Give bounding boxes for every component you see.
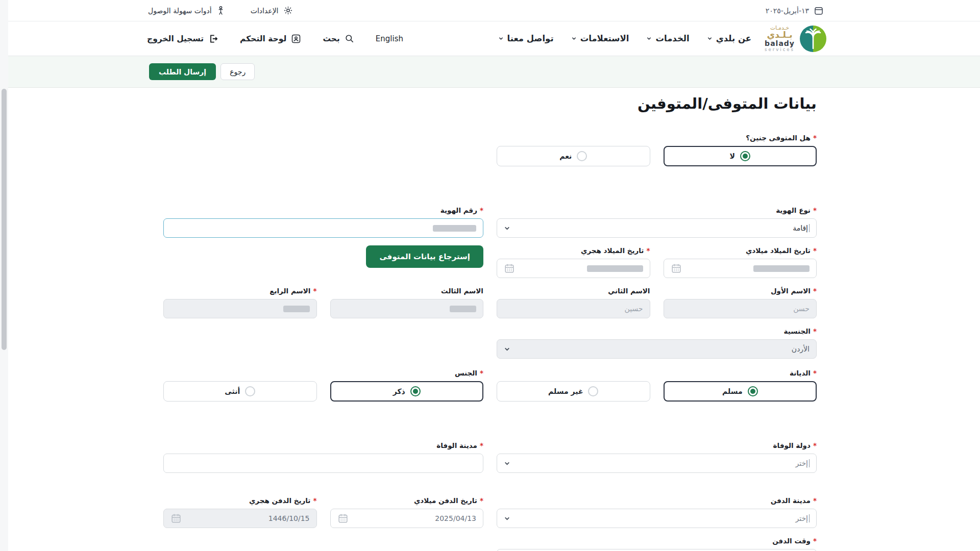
scrollbar-thumb[interactable] <box>2 89 7 350</box>
radio-unchecked-icon <box>577 151 587 161</box>
required-asterisk: * <box>813 326 817 336</box>
logout-button[interactable]: تسجيل الخروج <box>147 34 218 44</box>
calendar-icon <box>504 263 515 274</box>
required-asterisk: * <box>813 205 817 215</box>
redacted-value <box>283 306 310 312</box>
required-asterisk: * <box>313 495 316 506</box>
field-death-country: * دولة الوفاة إختر <box>497 440 817 473</box>
gender-female-option[interactable]: أنثى <box>163 381 317 402</box>
text-caret <box>809 459 810 467</box>
nav-inquiries[interactable]: الاستعلامات <box>571 34 629 43</box>
death-city-input[interactable] <box>163 454 483 473</box>
radio-checked-icon <box>410 386 421 396</box>
fourth-name-input[interactable] <box>163 299 317 318</box>
burial-time-input[interactable] <box>497 549 817 551</box>
required-asterisk: * <box>646 245 650 256</box>
birth-date-hijri-input[interactable] <box>497 259 650 278</box>
calendar-icon <box>814 6 824 16</box>
form-action-bar: رجوع إرسال الطلب <box>0 56 980 88</box>
accessibility-person-icon <box>216 6 225 16</box>
settings-button[interactable]: الإعدادات <box>251 6 293 15</box>
required-asterisk: * <box>813 245 817 256</box>
search-button[interactable]: بحث <box>323 34 354 43</box>
radio-checked-icon <box>740 151 750 161</box>
second-name-value: حسين <box>624 305 643 313</box>
language-switch[interactable]: English <box>376 34 403 43</box>
required-asterisk: * <box>813 495 817 506</box>
chevron-down-icon <box>498 36 504 41</box>
gender-male-option[interactable]: ذكر <box>330 381 484 402</box>
fetus-yes-option[interactable]: نعم <box>497 146 650 166</box>
field-fetus-yes: نعم <box>497 133 650 166</box>
required-asterisk: * <box>813 286 817 296</box>
names-row: * الاسم الأول حسن الاسم الثاني حسين الاس… <box>163 286 817 318</box>
nationality-value: الأردن <box>792 345 810 353</box>
required-asterisk: * <box>480 368 483 378</box>
death-country-placeholder: إختر <box>796 459 808 467</box>
id-type-value: إقامة <box>793 224 808 232</box>
burial-date-hijri-value: 1446/10/15 <box>268 514 310 522</box>
main-nav: عن بلدي الخدمات الاستعلامات تواصل معنا <box>498 34 752 43</box>
field-religion-nonmuslim: غير مسلم <box>497 368 650 402</box>
chevron-down-icon <box>504 225 510 232</box>
submit-request-button[interactable]: إرسال الطلب <box>149 63 216 80</box>
burial-date-gregorian-value: 2025/04/13 <box>435 514 476 522</box>
chevron-down-icon <box>504 460 510 467</box>
third-name-input[interactable] <box>330 299 484 318</box>
religion-gender-row: * الديانة مسلم غير مسلم * الجنس ذكر <box>163 368 817 402</box>
date-text: ١٣-أبريل-٢٠٢٥ <box>766 7 809 15</box>
first-name-value: حسن <box>793 305 810 313</box>
field-religion: * الديانة مسلم <box>664 368 817 402</box>
religion-nonmuslim-option[interactable]: غير مسلم <box>497 381 650 402</box>
birth-date-gregorian-input[interactable] <box>664 259 817 278</box>
required-asterisk: * <box>480 440 483 450</box>
page-scrollbar <box>0 0 8 551</box>
required-asterisk: * <box>813 440 817 450</box>
field-gender-female: أنثى <box>163 368 317 402</box>
nav-about-balady[interactable]: عن بلدي <box>707 34 751 43</box>
accessibility-tools-button[interactable]: أدوات سهولة الوصول <box>148 6 225 16</box>
identity-row: * نوع الهوية إقامة * رقم الهوية <box>163 205 817 238</box>
field-burial-date-hijri: * تاريخ الدفن هجري 1446/10/15 <box>163 495 317 528</box>
field-third-name: الاسم الثالث <box>330 286 484 318</box>
logout-icon <box>208 34 218 44</box>
burial-time-row: * وقت الدفن <box>163 536 817 551</box>
nationality-select[interactable]: الأردن <box>497 339 817 359</box>
required-asterisk: * <box>813 368 817 378</box>
page-title: بيانات المتوفى/المتوفين <box>163 95 817 112</box>
burial-date-hijri-input[interactable]: 1446/10/15 <box>163 509 317 528</box>
radio-unchecked-icon <box>245 386 255 396</box>
redacted-value <box>433 225 476 232</box>
burial-city-select[interactable]: إختر <box>497 509 817 528</box>
required-asterisk: * <box>313 286 316 296</box>
second-name-input[interactable]: حسين <box>497 299 650 318</box>
field-burial-time: * وقت الدفن <box>497 536 817 551</box>
id-number-input[interactable] <box>163 218 483 238</box>
back-button[interactable]: رجوع <box>220 63 255 80</box>
field-second-name: الاسم الثاني حسين <box>497 286 650 318</box>
burial-row: * مدينة الدفن إختر * تاريخ الدفن ميلادي … <box>163 495 817 528</box>
balady-logo-text: خـدمـات بـلـدي balady services <box>765 25 795 52</box>
field-first-name: * الاسم الأول حسن <box>664 286 817 318</box>
burial-date-gregorian-input[interactable]: 2025/04/13 <box>330 509 484 528</box>
field-retrieve: إسترجاع بيانات المتوفى <box>330 245 484 278</box>
nav-contact-us[interactable]: تواصل معنا <box>498 34 554 43</box>
id-type-select[interactable]: إقامة <box>497 218 817 238</box>
nav-services[interactable]: الخدمات <box>646 34 689 43</box>
chevron-down-icon <box>571 36 577 41</box>
religion-muslim-option[interactable]: مسلم <box>664 381 817 402</box>
field-id-type: * نوع الهوية إقامة <box>497 205 817 238</box>
deceased-data-form: بيانات المتوفى/المتوفين * هل المتوفى جني… <box>163 95 817 551</box>
redacted-value <box>587 265 643 272</box>
retrieve-deceased-data-button[interactable]: إسترجاع بيانات المتوفى <box>366 245 483 268</box>
burial-city-placeholder: إختر <box>796 514 808 522</box>
first-name-input[interactable]: حسن <box>664 299 817 318</box>
dashboard-button[interactable]: لوحة التحكم <box>240 34 301 44</box>
fetus-no-option[interactable]: لا <box>664 146 817 166</box>
death-country-select[interactable]: إختر <box>497 454 817 473</box>
required-asterisk: * <box>813 133 817 143</box>
main-header: خـدمـات بـلـدي balady services عن بلدي ا… <box>0 21 980 56</box>
field-fourth-name: * الاسم الرابع <box>163 286 317 318</box>
search-icon <box>345 34 354 43</box>
balady-logo[interactable]: خـدمـات بـلـدي balady services <box>765 25 827 53</box>
